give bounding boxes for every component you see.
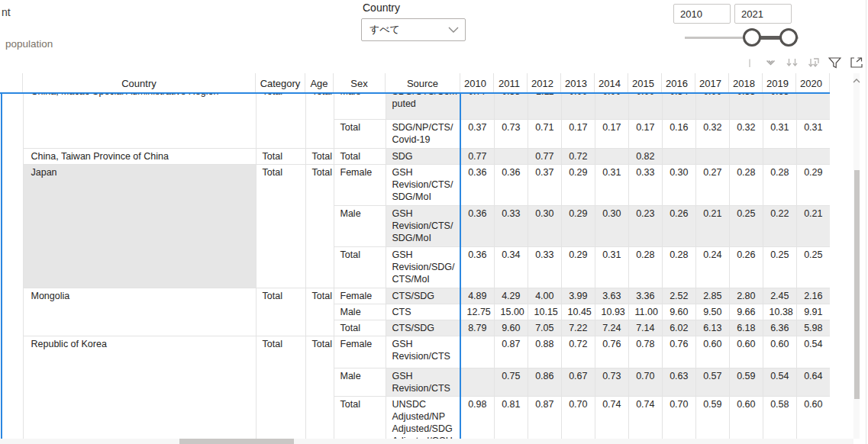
value-cell[interactable]: 9.60 xyxy=(494,320,528,336)
category-cell[interactable]: Total xyxy=(256,148,305,164)
value-cell[interactable]: 0.23 xyxy=(628,205,662,246)
value-cell[interactable]: 2.85 xyxy=(695,288,729,304)
value-cell[interactable]: 0.31 xyxy=(763,119,796,148)
column-header-2011[interactable]: 2011 xyxy=(494,73,528,93)
value-cell[interactable]: 0.59 xyxy=(729,368,763,396)
value-cell[interactable] xyxy=(796,94,830,119)
source-cell[interactable]: GSHRevision/CTS/SDG/MoI xyxy=(386,205,460,246)
value-cell[interactable]: 0.72 xyxy=(561,148,595,164)
column-header-2016[interactable]: 2016 xyxy=(662,73,695,93)
source-cell[interactable]: SDG/NP/CTS/Covid-19 xyxy=(386,119,460,148)
value-cell[interactable]: 5.98 xyxy=(796,320,830,336)
sex-cell[interactable]: Male xyxy=(334,304,386,320)
value-cell[interactable]: 0.65 xyxy=(763,94,796,119)
value-cell[interactable]: 0.36 xyxy=(494,164,528,205)
column-header-2010[interactable]: 2010 xyxy=(460,73,494,93)
value-cell[interactable]: 4.29 xyxy=(494,288,528,304)
value-cell[interactable]: 0.87 xyxy=(494,336,528,368)
value-cell[interactable]: 0.88 xyxy=(528,336,561,368)
value-cell[interactable]: 0.38 xyxy=(494,94,528,119)
value-cell[interactable]: 10.38 xyxy=(763,304,796,320)
value-cell[interactable]: 0.25 xyxy=(796,246,830,288)
value-cell[interactable]: 0.26 xyxy=(729,246,763,288)
value-cell[interactable]: 0.78 xyxy=(628,336,662,368)
value-cell[interactable]: 0.33 xyxy=(494,205,528,246)
value-cell[interactable]: 0.16 xyxy=(662,119,695,148)
value-cell[interactable]: 4.00 xyxy=(528,288,561,304)
value-cell[interactable]: 0.73 xyxy=(494,119,528,148)
value-cell[interactable] xyxy=(460,368,494,396)
value-cell[interactable]: 0.72 xyxy=(561,336,595,368)
value-cell[interactable]: 0.67 xyxy=(561,368,595,396)
value-cell[interactable]: 6.36 xyxy=(763,320,796,336)
column-header-2019[interactable]: 2019 xyxy=(763,73,796,93)
value-cell[interactable]: 0.33 xyxy=(729,94,763,119)
value-cell[interactable]: 1.11 xyxy=(528,94,561,119)
column-header-2015[interactable]: 2015 xyxy=(628,73,662,93)
value-cell[interactable]: 0.30 xyxy=(662,164,695,205)
category-cell[interactable]: Total xyxy=(256,288,305,336)
value-cell[interactable] xyxy=(460,336,494,368)
sex-cell[interactable]: Male xyxy=(334,205,386,246)
focus-mode-icon[interactable] xyxy=(850,56,863,69)
value-cell[interactable]: 2.16 xyxy=(796,288,830,304)
value-cell[interactable]: 0.77 xyxy=(460,94,494,119)
value-cell[interactable]: 0.28 xyxy=(628,246,662,288)
country-cell[interactable]: Republic of Korea xyxy=(23,336,256,439)
expand-all-icon[interactable] xyxy=(786,56,799,69)
value-cell[interactable]: 0.25 xyxy=(763,246,796,288)
value-cell[interactable]: 3.63 xyxy=(595,288,628,304)
value-cell[interactable]: 0.36 xyxy=(460,205,494,246)
column-header-2013[interactable]: 2013 xyxy=(561,73,595,93)
value-cell[interactable]: 0.63 xyxy=(662,368,695,396)
column-header-2014[interactable]: 2014 xyxy=(595,73,628,93)
value-cell[interactable]: 0.29 xyxy=(561,164,595,205)
value-cell[interactable]: 0.31 xyxy=(796,119,830,148)
category-cell[interactable]: Total xyxy=(256,336,305,439)
value-cell[interactable]: 0.17 xyxy=(561,119,595,148)
value-cell[interactable]: 0.54 xyxy=(796,336,830,368)
year-slider-handle-start[interactable] xyxy=(743,28,761,47)
value-cell[interactable]: 0.17 xyxy=(628,119,662,148)
value-cell[interactable]: 10.93 xyxy=(595,304,628,320)
value-cell[interactable]: 0.54 xyxy=(763,368,796,396)
value-cell[interactable]: 3.99 xyxy=(561,288,595,304)
value-cell[interactable]: 0.32 xyxy=(729,119,763,148)
source-cell[interactable]: UNSDCAdjusted/NPAdjusted/SDGAdjusted/GSH xyxy=(386,396,460,439)
sex-cell[interactable]: Female xyxy=(334,164,386,205)
country-cell[interactable]: Japan xyxy=(23,164,256,288)
value-cell[interactable]: 0.29 xyxy=(561,246,595,288)
value-cell[interactable]: 9.60 xyxy=(662,304,695,320)
source-cell[interactable]: CTS/SDG xyxy=(386,320,460,336)
value-cell[interactable]: 0.81 xyxy=(494,396,528,439)
value-cell[interactable]: 0.33 xyxy=(528,246,561,288)
value-cell[interactable]: 0.71 xyxy=(528,119,561,148)
value-cell[interactable]: 7.24 xyxy=(595,320,628,336)
column-header-sex[interactable]: Sex xyxy=(334,73,386,93)
value-cell[interactable]: 0.28 xyxy=(763,164,796,205)
value-cell[interactable]: 0.25 xyxy=(729,205,763,246)
value-cell[interactable]: 0.64 xyxy=(796,368,830,396)
sex-cell[interactable]: Total xyxy=(334,119,386,148)
source-cell[interactable]: SDG/CTS/Computed xyxy=(386,94,460,119)
category-cell[interactable]: Total xyxy=(256,94,305,148)
value-cell[interactable]: 0.60 xyxy=(763,336,796,368)
sex-cell[interactable]: Total xyxy=(334,246,386,288)
value-cell[interactable]: 0.98 xyxy=(460,396,494,439)
value-cell[interactable]: 0.36 xyxy=(460,246,494,288)
value-cell[interactable]: 0.00 xyxy=(595,94,628,119)
column-header-country[interactable]: Country xyxy=(23,73,256,93)
value-cell[interactable]: 0.73 xyxy=(595,368,628,396)
value-cell[interactable]: 0.22 xyxy=(763,205,796,246)
age-cell[interactable]: Total xyxy=(305,148,334,164)
source-cell[interactable]: SDG xyxy=(386,148,460,164)
value-cell[interactable]: 0.59 xyxy=(695,396,729,439)
value-cell[interactable]: 6.13 xyxy=(695,320,729,336)
value-cell[interactable]: 7.22 xyxy=(561,320,595,336)
value-cell[interactable]: 0.87 xyxy=(528,396,561,439)
sex-cell[interactable]: Total xyxy=(334,148,386,164)
value-cell[interactable]: 0.58 xyxy=(763,396,796,439)
value-cell[interactable]: 0.28 xyxy=(662,246,695,288)
value-cell[interactable]: 0.37 xyxy=(528,164,561,205)
age-cell[interactable]: Total xyxy=(305,288,334,336)
